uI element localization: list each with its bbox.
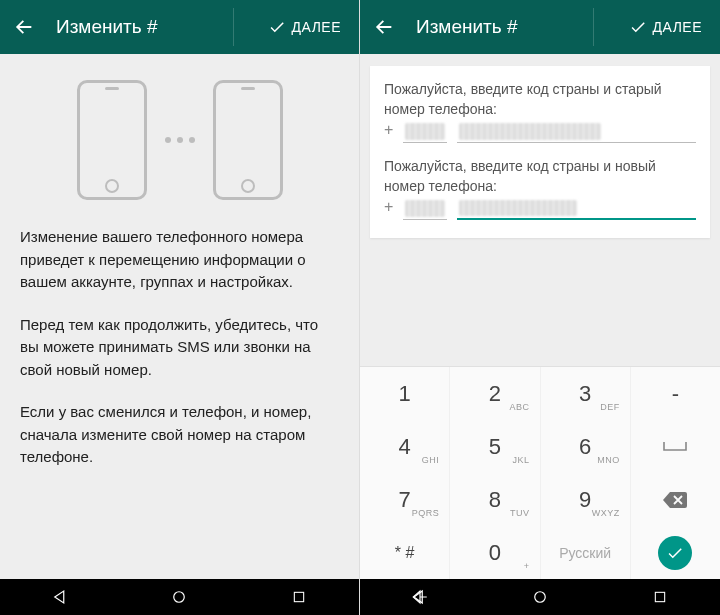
key-star-hash[interactable]: * # — [360, 526, 450, 579]
number-form: Пожалуйста, введите код страны и старый … — [370, 66, 710, 238]
intro-content: Изменение вашего телефонного номера прив… — [0, 54, 359, 579]
phones-illustration — [20, 80, 339, 200]
backspace-icon — [662, 491, 688, 509]
phone-new-icon — [213, 80, 283, 200]
enter-icon — [658, 536, 692, 570]
space-icon — [662, 440, 688, 454]
navbar — [0, 579, 359, 615]
intro-paragraph-1: Изменение вашего телефонного номера прив… — [20, 226, 339, 294]
nav-back[interactable] — [400, 583, 440, 611]
nav-recent[interactable] — [279, 583, 319, 611]
svg-point-3 — [535, 592, 546, 603]
nav-home[interactable] — [520, 583, 560, 611]
key-7[interactable]: 7PQRS — [360, 473, 450, 526]
appbar-title: Изменить # — [400, 16, 619, 38]
intro-paragraph-3: Если у вас сменился и телефон, и номер, … — [20, 401, 339, 469]
nav-recent[interactable] — [640, 583, 680, 611]
old-number-label: Пожалуйста, введите код страны и старый … — [384, 80, 696, 119]
key-backspace[interactable] — [631, 473, 720, 526]
intro-paragraph-2: Перед тем как продолжить, убедитесь, что… — [20, 314, 339, 382]
screen-intro: Изменить # ДАЛЕЕ Изменение вашего телефо… — [0, 0, 360, 615]
screen-input: Изменить # ДАЛЕЕ Пожалуйста, введите код… — [360, 0, 720, 615]
key-8[interactable]: 8TUV — [450, 473, 540, 526]
nav-back[interactable] — [40, 583, 80, 611]
key-5[interactable]: 5JKL — [450, 420, 540, 473]
appbar: Изменить # ДАЛЕЕ — [360, 0, 720, 54]
phone-old-icon — [77, 80, 147, 200]
next-button[interactable]: ДАЛЕЕ — [619, 0, 713, 54]
key-0[interactable]: 0+ — [450, 526, 540, 579]
numeric-keypad: 1 2ABC 3DEF - 4GHI 5JKL 6MNO 7PQRS 8TUV … — [360, 366, 720, 579]
key-3[interactable]: 3DEF — [541, 367, 631, 420]
old-country-code-input[interactable] — [403, 119, 447, 143]
key-dash[interactable]: - — [631, 367, 720, 420]
key-enter[interactable] — [631, 526, 720, 579]
back-button[interactable] — [368, 11, 400, 43]
next-label: ДАЛЕЕ — [292, 19, 342, 35]
svg-rect-4 — [655, 592, 664, 601]
new-phone-input[interactable] — [457, 196, 696, 220]
svg-rect-1 — [294, 592, 303, 601]
next-label: ДАЛЕЕ — [653, 19, 703, 35]
new-country-code-input[interactable] — [403, 196, 447, 220]
key-1[interactable]: 1 — [360, 367, 450, 420]
key-6[interactable]: 6MNO — [541, 420, 631, 473]
key-language[interactable]: Русский — [541, 526, 631, 579]
appbar: Изменить # ДАЛЕЕ — [0, 0, 359, 54]
navbar — [360, 579, 720, 615]
key-9[interactable]: 9WXYZ — [541, 473, 631, 526]
key-4[interactable]: 4GHI — [360, 420, 450, 473]
back-button[interactable] — [8, 11, 40, 43]
plus-sign: + — [384, 121, 393, 143]
transfer-dots-icon — [165, 137, 195, 143]
key-2[interactable]: 2ABC — [450, 367, 540, 420]
nav-home[interactable] — [159, 583, 199, 611]
old-phone-input[interactable] — [457, 119, 696, 143]
next-button[interactable]: ДАЛЕЕ — [258, 0, 352, 54]
svg-point-0 — [174, 592, 185, 603]
key-space[interactable] — [631, 420, 720, 473]
new-number-label: Пожалуйста, введите код страны и новый н… — [384, 157, 696, 196]
appbar-title: Изменить # — [40, 16, 258, 38]
plus-sign: + — [384, 198, 393, 220]
